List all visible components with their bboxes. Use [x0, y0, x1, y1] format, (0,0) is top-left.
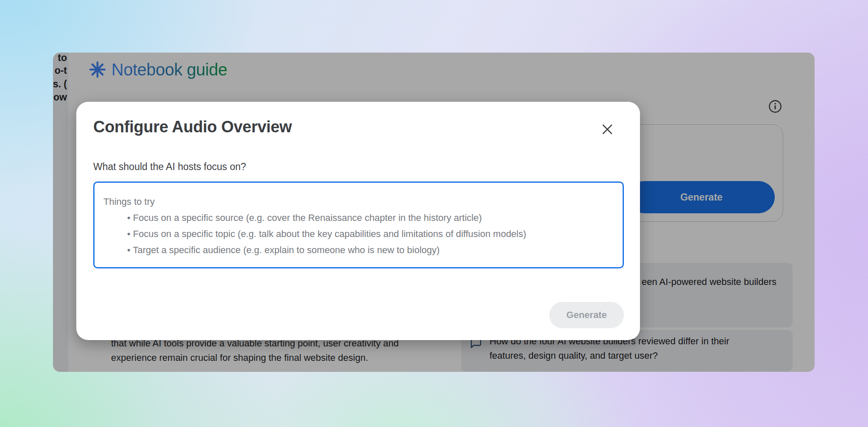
desktop-gradient-background: to o-t s. ( ow Notebook guide Generate e… [0, 0, 868, 427]
placeholder-heading: Things to try [103, 194, 614, 210]
close-button[interactable] [597, 119, 618, 140]
placeholder-bullet: • Focus on a specific topic (e.g. talk a… [127, 226, 614, 242]
placeholder-bullet: • Target a specific audience (e.g. expla… [127, 242, 614, 258]
close-icon [601, 123, 614, 136]
placeholder-bullet: • Focus on a specific source (e.g. cover… [127, 210, 614, 226]
generate-button-disabled[interactable]: Generate [549, 302, 624, 328]
focus-question-label: What should the AI hosts focus on? [93, 161, 246, 173]
configure-audio-overview-dialog: Configure Audio Overview What should the… [76, 102, 640, 340]
dialog-title: Configure Audio Overview [93, 118, 292, 136]
focus-textarea[interactable]: Things to try • Focus on a specific sour… [93, 181, 624, 268]
